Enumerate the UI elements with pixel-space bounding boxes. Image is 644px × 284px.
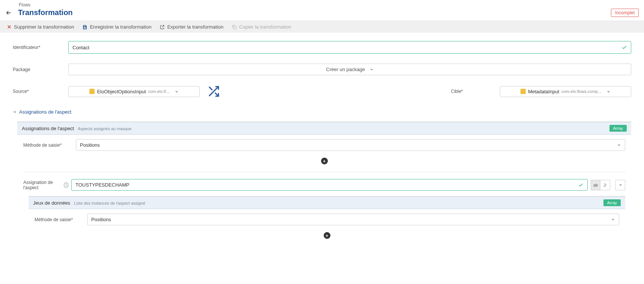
shuffle-icon: [207, 85, 443, 98]
input-method-select-2[interactable]: Positions: [87, 214, 619, 225]
mode-js-button[interactable]: J:: [600, 180, 610, 190]
export-icon: [160, 24, 165, 30]
package-label: Package: [13, 67, 61, 72]
target-select[interactable]: MetadataInput com.elo.flows.comp…: [500, 86, 631, 97]
toolbar-label: Copier la transformation: [239, 24, 291, 30]
toolbar-label: Supprimer la transformation: [14, 24, 74, 30]
action-toolbar: Supprimer la transformation Enregistrer …: [0, 21, 644, 33]
aspect-assignment-value: TOUSTYPESDECHAMP: [75, 182, 130, 188]
copy-icon: [232, 24, 237, 30]
target-name: MetadataInput: [528, 89, 559, 94]
input-method-label: Méthode de saisie*: [35, 217, 80, 222]
svg-rect-0: [234, 26, 236, 29]
identifier-label: Identificateur*: [13, 45, 61, 50]
add-button[interactable]: +: [321, 158, 328, 164]
panel-subtitle: Liste des instances de l'aspect assigné: [74, 201, 145, 205]
main-content: Identificateur* Contact Package Créer un…: [0, 33, 644, 260]
package-button-label: Créer un package: [326, 67, 365, 72]
toolbar-label: Enregistrer la transformation: [90, 24, 151, 30]
panel-title: Assignations de l'aspect: [22, 126, 74, 131]
status-badge: Incomplet: [611, 9, 639, 17]
object-icon: [89, 89, 95, 94]
chevron-down-icon: [611, 217, 615, 222]
panel-title: Jeux de données: [33, 200, 70, 206]
expand-dropdown-button[interactable]: [615, 180, 625, 190]
source-path: com.elo.fl…: [148, 89, 170, 94]
save-transformation-button[interactable]: Enregistrer la transformation: [82, 24, 151, 30]
select-value: Positions: [80, 142, 100, 148]
chevron-down-icon: [617, 143, 621, 147]
panel-subtitle: Aspects assignés au masque: [78, 126, 131, 131]
object-icon: [520, 89, 526, 94]
page-title: Transformation: [18, 8, 73, 17]
array-badge: Array: [603, 199, 621, 206]
target-label: Cible*: [451, 89, 492, 94]
select-value: Positions: [91, 217, 111, 222]
source-select[interactable]: EloObjectOptionsInput com.elo.fl…: [68, 86, 200, 97]
section-title: Assignations de l'aspect: [19, 109, 71, 115]
back-arrow-icon[interactable]: [5, 9, 13, 16]
aspect-assignments-panel-header: Assignations de l'aspect Aspects assigné…: [17, 122, 631, 135]
chevron-down-icon: [175, 90, 179, 94]
add-button[interactable]: +: [324, 232, 330, 239]
chevron-down-icon: [370, 67, 374, 71]
input-mode-group: ab J:: [591, 180, 610, 190]
source-label: Source*: [13, 89, 61, 94]
datasets-panel-header: Jeux de données Liste des instances de l…: [29, 196, 625, 209]
aspect-assignment-label: Assignation de l'aspect: [23, 180, 62, 190]
input-method-select[interactable]: Positions: [76, 139, 625, 151]
aspect-assignments-section-toggle[interactable]: Assignations de l'aspect: [13, 109, 631, 115]
page-header: Flows Transformation Incomplet: [0, 0, 644, 21]
toolbar-label: Exporter la transformation: [167, 24, 223, 30]
array-badge: Array: [609, 125, 627, 132]
chevron-down-icon: [13, 110, 17, 114]
identifier-input[interactable]: Contact: [68, 41, 631, 54]
identifier-value: Contact: [72, 45, 89, 50]
close-icon: [7, 24, 12, 29]
input-method-label: Méthode de saisie*: [23, 143, 68, 148]
breadcrumb[interactable]: Flows: [19, 2, 639, 8]
source-name: EloObjectOptionsInput: [97, 89, 146, 94]
target-path: com.elo.flows.comp…: [561, 89, 602, 94]
mode-text-button[interactable]: ab: [591, 180, 600, 190]
export-transformation-button[interactable]: Exporter la transformation: [160, 24, 223, 30]
delete-transformation-button[interactable]: Supprimer la transformation: [7, 24, 74, 30]
info-icon[interactable]: i: [64, 182, 68, 188]
chevron-down-icon: [606, 90, 611, 94]
save-icon: [82, 24, 87, 30]
copy-transformation-button: Copier la transformation: [232, 24, 291, 30]
check-icon: [578, 182, 584, 188]
create-package-button[interactable]: Créer un package: [68, 64, 631, 75]
aspect-assignment-input[interactable]: TOUSTYPESDECHAMP: [71, 179, 588, 191]
check-icon: [621, 44, 627, 50]
